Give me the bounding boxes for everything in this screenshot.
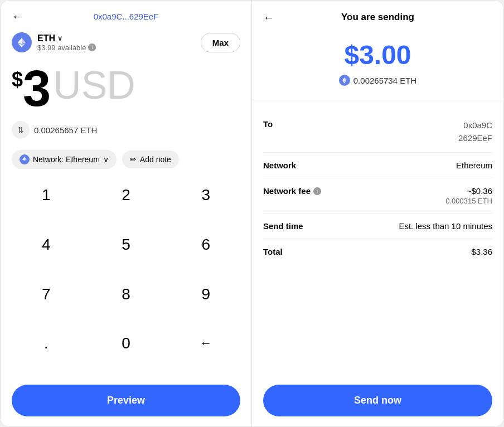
right-back-button[interactable]: ← <box>263 11 274 24</box>
add-note-label: Add note <box>140 155 171 164</box>
fee-row: Network fee i ~$0.36 0.000315 ETH <box>263 178 492 213</box>
to-address: 0x0a9C 2629EeF <box>458 119 492 144</box>
dollar-sign: $ <box>12 68 23 91</box>
send-time-row: Send time Est. less than 10 minutes <box>263 213 492 239</box>
token-available: $3.99 available i <box>37 43 96 52</box>
network-eth-icon <box>20 154 30 164</box>
svg-marker-5 <box>22 157 25 161</box>
fee-usd-value: ~$0.36 <box>445 186 492 196</box>
network-detail-value: Ethereum <box>456 161 492 170</box>
eth-equiv-text: 0.00265657 ETH <box>34 125 97 135</box>
amount-number: 3 <box>23 64 51 114</box>
total-row: Total $3.36 <box>263 239 492 264</box>
right-header: ← You are sending <box>252 1 503 28</box>
pencil-icon: ✏ <box>130 155 137 164</box>
token-name-row[interactable]: ETH ∨ <box>37 33 96 43</box>
left-header: ← 0x0a9C...629EeF <box>1 1 251 27</box>
send-time-label: Send time <box>263 221 303 231</box>
send-eth-row: 0.00265734 ETH <box>339 75 416 86</box>
key-2[interactable]: 2 <box>86 178 166 212</box>
right-panel: ← You are sending $3.00 0.00265734 ETH <box>252 1 503 427</box>
wallet-address: 0x0a9C...629EeF <box>94 12 159 21</box>
info-icon[interactable]: i <box>88 43 96 51</box>
svg-marker-4 <box>25 157 27 161</box>
details-section: To 0x0a9C 2629EeF Network Ethereum Netwo… <box>252 100 503 379</box>
network-row: Network Ethereum <box>263 153 492 178</box>
key-0[interactable]: 0 <box>86 327 166 360</box>
left-panel: ← 0x0a9C...629EeF ETH ∨ <box>1 1 252 427</box>
preview-button[interactable]: Preview <box>12 385 240 416</box>
send-eth-icon <box>339 75 350 86</box>
send-eth-amount: 0.00265734 ETH <box>353 76 416 85</box>
svg-marker-6 <box>345 77 347 81</box>
key-7[interactable]: 7 <box>6 278 86 311</box>
network-detail-label: Network <box>263 161 296 170</box>
token-info: ETH ∨ $3.99 available i <box>12 32 96 52</box>
key-3[interactable]: 3 <box>166 178 246 212</box>
add-note-button[interactable]: ✏ Add note <box>122 151 179 168</box>
key-8[interactable]: 8 <box>86 278 166 311</box>
eth-logo-icon <box>12 32 32 52</box>
token-details: ETH ∨ $3.99 available i <box>37 33 96 52</box>
token-row: ETH ∨ $3.99 available i Max <box>1 27 251 58</box>
key-1[interactable]: 1 <box>6 178 86 212</box>
key-backspace[interactable]: ← <box>166 327 246 360</box>
token-chevron-icon: ∨ <box>57 35 62 42</box>
network-label: Network: Ethereum <box>33 155 100 164</box>
svg-marker-7 <box>342 77 345 81</box>
key-5[interactable]: 5 <box>86 228 166 261</box>
left-back-button[interactable]: ← <box>12 10 23 23</box>
send-time-value: Est. less than 10 minutes <box>399 221 492 231</box>
swap-currency-button[interactable]: ⇅ <box>12 121 30 139</box>
eth-equiv-row: ⇅ 0.00265657 ETH <box>1 117 251 143</box>
send-now-button[interactable]: Send now <box>263 385 492 416</box>
key-dot[interactable]: . <box>6 327 86 360</box>
send-amount-section: $3.00 0.00265734 ETH <box>252 28 503 100</box>
key-6[interactable]: 6 <box>166 228 246 261</box>
numpad: 1 2 3 4 5 6 7 8 9 . 0 ← <box>1 176 251 379</box>
svg-marker-1 <box>18 38 22 44</box>
svg-marker-0 <box>22 38 26 44</box>
send-usd-amount: $3.00 <box>344 40 411 70</box>
right-header-title: You are sending <box>341 12 414 23</box>
total-label: Total <box>263 247 283 256</box>
key-4[interactable]: 4 <box>6 228 86 261</box>
fee-label-row: Network fee i <box>263 186 321 196</box>
total-value: $3.36 <box>471 247 492 256</box>
amount-display: $ 3 USD <box>1 58 251 117</box>
network-note-row: Network: Ethereum ∨ ✏ Add note <box>1 143 251 176</box>
network-chevron-icon: ∨ <box>103 155 109 164</box>
screens-container: ← 0x0a9C...629EeF ETH ∨ <box>0 0 504 427</box>
to-row: To 0x0a9C 2629EeF <box>263 111 492 153</box>
fee-eth-value: 0.000315 ETH <box>445 197 492 205</box>
max-button[interactable]: Max <box>201 33 240 52</box>
network-selector[interactable]: Network: Ethereum ∨ <box>12 150 117 169</box>
amount-currency: USD <box>53 66 135 105</box>
fee-info-icon[interactable]: i <box>313 187 321 195</box>
fee-label: Network fee <box>263 186 311 196</box>
to-label: To <box>263 119 273 129</box>
key-9[interactable]: 9 <box>166 278 246 311</box>
